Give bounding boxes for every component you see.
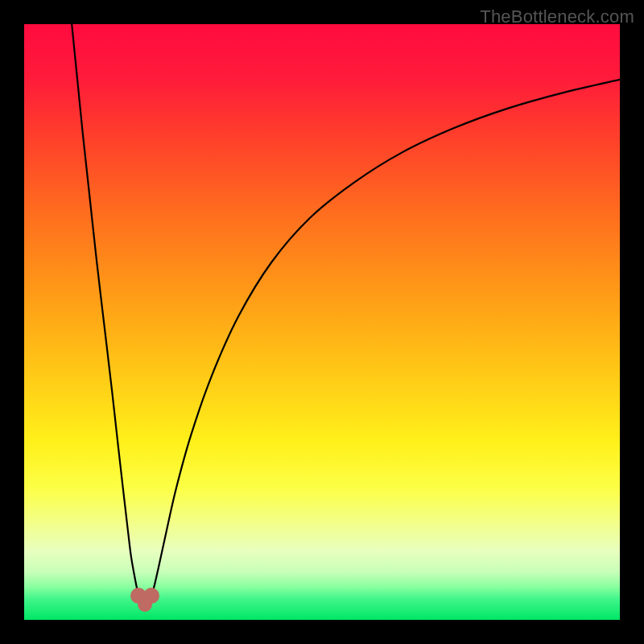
dip-markers bbox=[24, 24, 620, 620]
chart-frame: TheBottleneck.com bbox=[0, 0, 644, 644]
dip-bottom-marker bbox=[138, 597, 152, 612]
plot-area bbox=[24, 24, 620, 620]
watermark-text: TheBottleneck.com bbox=[480, 6, 634, 27]
